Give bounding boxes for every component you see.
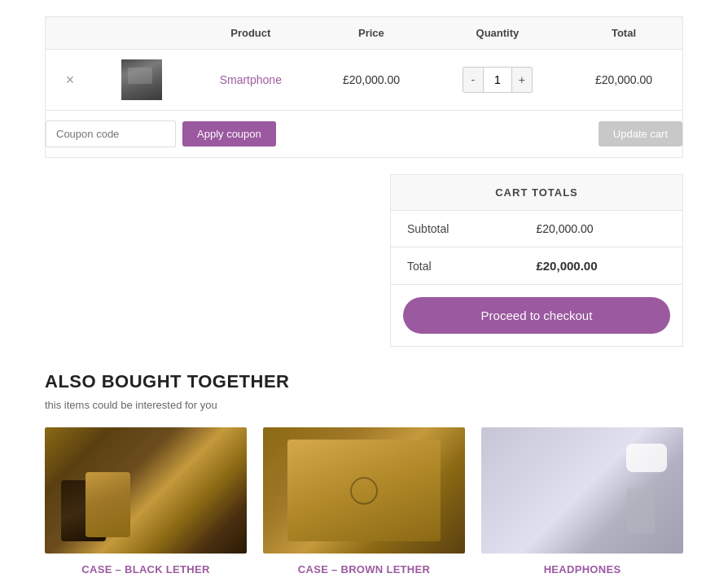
product-thumbnail — [121, 59, 162, 100]
col-quantity: Quantity — [430, 17, 565, 50]
product-image-3 — [481, 427, 683, 554]
col-price: Price — [313, 17, 430, 50]
product-card-1: CASE – BLACK LETHER £100.00 Add to cart — [45, 427, 247, 582]
product-card-3: HEADPHONES £50.00 Add to cart — [481, 427, 683, 582]
product-name-1: CASE – BLACK LETHER — [45, 563, 247, 575]
update-cart-area: Update cart — [599, 121, 682, 147]
cart-bottom: CART TOTALS Subtotal £20,000.00 Total £2… — [0, 158, 728, 347]
cart-totals-table: Subtotal £20,000.00 Total £20,000.00 — [391, 211, 682, 285]
also-bought-section: ALSO BOUGHT TOGETHER this items could be… — [0, 347, 728, 582]
product-card-2: CASE – BROWN LETHER £200.00 Add to cart — [263, 427, 465, 582]
qty-increase-button[interactable]: + — [512, 68, 532, 92]
cart-totals-header: CART TOTALS — [391, 175, 682, 211]
col-remove — [46, 17, 95, 50]
col-thumb — [94, 17, 188, 50]
product-image-2 — [263, 427, 465, 554]
product-price: £20,000.00 — [343, 73, 400, 86]
subtotal-value: £20,000.00 — [520, 211, 682, 247]
products-grid: CASE – BLACK LETHER £100.00 Add to cart … — [45, 427, 683, 582]
qty-decrease-button[interactable]: - — [463, 68, 483, 92]
thumb-cell — [94, 50, 188, 111]
product-image-1 — [45, 427, 247, 554]
coupon-row: Apply coupon Update cart — [45, 111, 683, 158]
product-link[interactable]: Smartphone — [220, 73, 282, 86]
table-row: × Smartphone £20,000.00 - — [46, 50, 683, 111]
update-cart-button[interactable]: Update cart — [599, 121, 682, 147]
total-row: Total £20,000.00 — [391, 247, 682, 285]
also-bought-subtitle: this items could be interested for you — [45, 399, 683, 411]
product-name-3: HEADPHONES — [481, 563, 683, 575]
apply-coupon-button[interactable]: Apply coupon — [182, 121, 276, 147]
coupon-input[interactable] — [46, 120, 176, 147]
checkout-button[interactable]: Proceed to checkout — [403, 297, 670, 334]
product-name-2: CASE – BROWN LETHER — [263, 563, 465, 575]
coupon-left: Apply coupon — [46, 120, 276, 147]
total-value: £20,000.00 — [520, 247, 682, 285]
remove-button[interactable]: × — [66, 72, 75, 89]
total-cell: £20,000.00 — [565, 50, 682, 111]
remove-cell: × — [46, 50, 95, 111]
subtotal-label: Subtotal — [391, 211, 520, 247]
cart-table: Product Price Quantity Total × Smartphon… — [45, 16, 683, 111]
quantity-cell: - + — [430, 50, 565, 111]
product-name-cell: Smartphone — [189, 50, 314, 111]
also-bought-title: ALSO BOUGHT TOGETHER — [45, 371, 683, 392]
product-total: £20,000.00 — [595, 73, 652, 86]
subtotal-row: Subtotal £20,000.00 — [391, 211, 682, 247]
cart-bottom-left — [45, 174, 374, 347]
price-cell: £20,000.00 — [313, 50, 430, 111]
cart-totals: CART TOTALS Subtotal £20,000.00 Total £2… — [390, 174, 683, 347]
quantity-control: - + — [463, 67, 533, 93]
cart-section: Product Price Quantity Total × Smartphon… — [0, 0, 728, 158]
col-product: Product — [189, 17, 314, 50]
total-label: Total — [391, 247, 520, 285]
col-total: Total — [565, 17, 682, 50]
qty-input[interactable] — [483, 68, 512, 92]
